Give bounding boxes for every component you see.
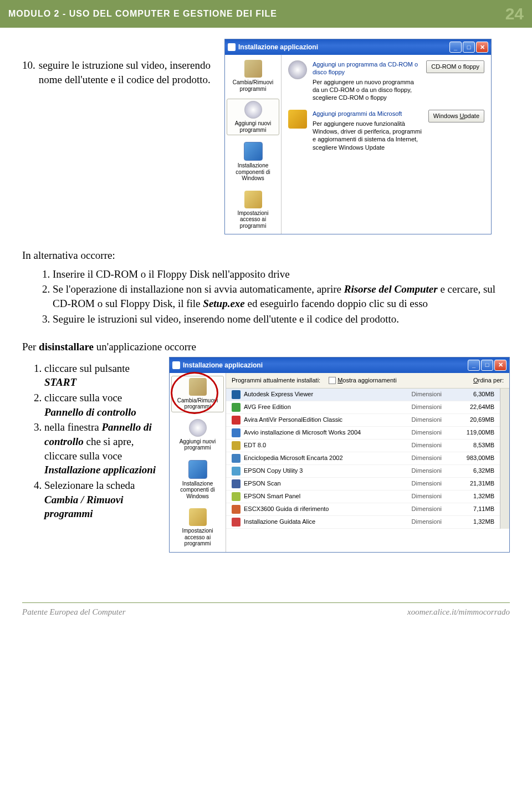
- window-install-apps-1: Installazione applicazioni _ □ ✕ Cambia/…: [224, 39, 492, 234]
- maximize-button[interactable]: □: [463, 42, 475, 53]
- program-size: 8,53MB: [456, 441, 494, 449]
- alt-item: Seguire le istruzioni sul video, inseren…: [53, 312, 510, 326]
- uninstall-steps: cliccare sul pulsante STARTcliccare sull…: [22, 361, 161, 521]
- minimize-button[interactable]: _: [468, 360, 480, 371]
- uninstall-lead: Per disinstallare un'applicazione occorr…: [22, 340, 510, 354]
- program-size: 6,32MB: [456, 467, 494, 475]
- program-size: 22,64MB: [456, 403, 494, 411]
- sidebar-windows-components[interactable]: Installazione componenti di Windows: [227, 140, 279, 184]
- footer: Patente Europea del Computer xoomer.alic…: [22, 602, 510, 617]
- page-header: MODULO 2 - USO DEL COMPUTER E GESTIONE D…: [0, 0, 532, 28]
- step-item: cliccare sul pulsante START: [44, 361, 161, 390]
- sort-label: Ordina per:: [473, 376, 504, 385]
- show-updates-label: Mostra aggiornamenti: [337, 377, 396, 384]
- alt-lead: In alternativa occorre:: [22, 248, 510, 263]
- program-icon: [232, 518, 241, 527]
- size-label: Dimensioni: [412, 479, 442, 488]
- footer-right: xoomer.alice.it/mimmocorrado: [407, 607, 510, 617]
- program-row[interactable]: Avvio installazione di Microsoft Works 2…: [226, 427, 500, 440]
- sidebar-2: Cambia/Rimuovi programmi Aggiungi nuovi …: [170, 373, 226, 552]
- size-label: Dimensioni: [412, 467, 442, 475]
- sidebar-change-remove[interactable]: Cambia/Rimuovi programmi: [227, 58, 279, 94]
- minimize-button[interactable]: _: [449, 42, 462, 53]
- cd-icon: [189, 419, 207, 437]
- sidebar-add-new[interactable]: Aggiungi nuovi programmi: [227, 99, 279, 135]
- sidebar-access-settings[interactable]: Impostazioni accesso ai programmi: [227, 188, 279, 232]
- intro-paragraph: 10. seguire le istruzione sul video, ins…: [22, 39, 216, 234]
- close-button[interactable]: ✕: [476, 42, 488, 53]
- size-label: Dimensioni: [412, 390, 442, 398]
- program-row[interactable]: Avira AntiVir PersonalEdition ClassicDim…: [226, 414, 500, 427]
- toolbar-label: Programmi attualmente installati:: [232, 376, 320, 385]
- sidebar: Cambia/Rimuovi programmi Aggiungi nuovi …: [225, 55, 282, 234]
- program-name: Enciclopedia Microsoft Encarta 2002: [244, 454, 412, 462]
- program-row[interactable]: Autodesk Express ViewerDimensioni6,30MB: [226, 389, 500, 401]
- program-name: ESCX3600 Guida di riferimento: [244, 505, 412, 513]
- step-item: nella finestra Pannello di controllo che…: [44, 420, 161, 477]
- program-name: EPSON Copy Utility 3: [244, 467, 412, 475]
- step-item: cliccare sulla voce Pannello di controll…: [44, 391, 161, 419]
- program-size: 6,30MB: [456, 390, 494, 398]
- toolbar: Programmi attualmente installati: Mostra…: [226, 373, 509, 389]
- program-row[interactable]: EDT 8.0Dimensioni8,53MB: [226, 440, 500, 452]
- app-icon: [172, 361, 180, 369]
- program-size: 21,31MB: [456, 479, 494, 488]
- section1-body: Per aggiungere un nuovo programma da un …: [313, 78, 421, 102]
- size-label: Dimensioni: [412, 454, 442, 462]
- windows-icon: [244, 142, 263, 161]
- scrollbar[interactable]: [500, 389, 509, 529]
- program-row[interactable]: EPSON Smart PanelDimensioni1,32MB: [226, 490, 500, 503]
- window-title-2: Installazione applicazioni: [183, 361, 263, 370]
- window-title: Installazione applicazioni: [238, 43, 318, 52]
- program-name: Avvio installazione di Microsoft Works 2…: [244, 428, 412, 437]
- page-number: 24: [505, 4, 524, 23]
- section1-title: Aggiungi un programma da CD-ROM o disco …: [313, 60, 421, 76]
- size-label: Dimensioni: [412, 416, 442, 424]
- show-updates-checkbox[interactable]: [329, 377, 336, 384]
- program-icon: [232, 505, 241, 514]
- cd-large-icon: [288, 60, 307, 79]
- alt-item: Se l'operazione di installazione non si …: [53, 282, 510, 310]
- cdrom-floppy-button[interactable]: CD-ROM o floppy: [426, 60, 484, 73]
- program-size: 20,69MB: [456, 416, 494, 424]
- program-icon: [232, 416, 241, 425]
- size-label: Dimensioni: [412, 403, 442, 411]
- section2-body: Per aggiungere nuove funzionalità Window…: [313, 120, 423, 151]
- sidebar-windows-components[interactable]: Installazione componenti di Windows: [171, 458, 224, 502]
- program-size: 1,32MB: [456, 518, 494, 526]
- size-label: Dimensioni: [412, 492, 442, 500]
- cd-icon: [244, 101, 262, 119]
- program-name: EDT 8.0: [244, 441, 412, 449]
- key-icon: [244, 191, 262, 208]
- program-size: 7,11MB: [456, 505, 494, 513]
- program-size: 983,00MB: [456, 454, 494, 462]
- titlebar-2[interactable]: Installazione applicazioni _ □ ✕: [170, 357, 509, 373]
- program-name: AVG Free Edition: [244, 403, 412, 411]
- sidebar-change-remove[interactable]: Cambia/Rimuovi programmi: [171, 376, 224, 412]
- size-label: Dimensioni: [412, 428, 442, 437]
- program-name: Installazione Guidata Alice: [244, 518, 412, 526]
- program-row[interactable]: Installazione Guidata AliceDimensioni1,3…: [226, 516, 500, 529]
- program-name: Avira AntiVir PersonalEdition Classic: [244, 416, 412, 424]
- program-row[interactable]: EPSON Copy Utility 3Dimensioni6,32MB: [226, 465, 500, 478]
- program-icon: [232, 479, 241, 488]
- program-row[interactable]: EPSON ScanDimensioni21,31MB: [226, 478, 500, 490]
- program-icon: [232, 441, 241, 450]
- program-name: EPSON Smart Panel: [244, 492, 412, 500]
- close-button[interactable]: ✕: [494, 360, 507, 371]
- maximize-button[interactable]: □: [481, 360, 493, 371]
- program-list[interactable]: Autodesk Express ViewerDimensioni6,30MBA…: [226, 389, 500, 529]
- program-row[interactable]: Enciclopedia Microsoft Encarta 2002Dimen…: [226, 452, 500, 465]
- program-row[interactable]: AVG Free EditionDimensioni22,64MB: [226, 401, 500, 414]
- program-icon: [232, 428, 241, 437]
- alt-list: Inserire il CD-ROM o il Floppy Disk nell…: [22, 267, 510, 326]
- sidebar-add-new[interactable]: Aggiungi nuovi programmi: [171, 417, 224, 453]
- sidebar-access-settings[interactable]: Impostazioni accesso ai programmi: [171, 506, 224, 549]
- header-title: MODULO 2 - USO DEL COMPUTER E GESTIONE D…: [8, 9, 277, 19]
- titlebar[interactable]: Installazione applicazioni _ □ ✕: [225, 39, 491, 55]
- windows-update-button[interactable]: Windows Update: [428, 110, 484, 122]
- program-row[interactable]: ESCX3600 Guida di riferimentoDimensioni7…: [226, 503, 500, 516]
- program-icon: [232, 467, 241, 476]
- program-size: 119,00MB: [456, 428, 494, 437]
- app-icon: [228, 43, 236, 51]
